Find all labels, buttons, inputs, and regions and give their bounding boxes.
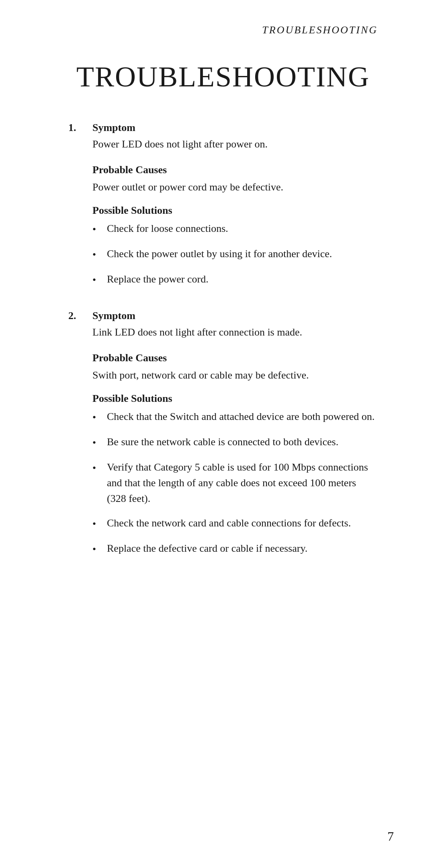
section-2: 2.SymptomLink LED does not light after c… bbox=[68, 310, 378, 557]
section-2-solution-5: •Replace the defective card or cable if … bbox=[92, 540, 378, 557]
section-2-solutions-list: •Check that the Switch and attached devi… bbox=[92, 409, 378, 557]
section-1-solution-2-text: Check the power outlet by using it for a… bbox=[107, 246, 378, 262]
section-1-solutions-list: •Check for loose connections.•Check the … bbox=[92, 221, 378, 288]
section-2-solution-4: •Check the network card and cable connec… bbox=[92, 515, 378, 532]
section-1-solution-2: •Check the power outlet by using it for … bbox=[92, 246, 378, 262]
section-1-symptom-text: Power LED does not light after power on. bbox=[92, 136, 378, 152]
section-2-possible-solutions-label: Possible Solutions bbox=[92, 393, 378, 405]
section-1-solution-3: •Replace the power cord. bbox=[92, 271, 378, 288]
section-2-symptom-label: Symptom bbox=[92, 310, 135, 322]
section-2-probable-causes: Probable CausesSwith port, network card … bbox=[92, 352, 378, 383]
section-2-possible-solutions: Possible Solutions•Check that the Switch… bbox=[92, 393, 378, 557]
section-2-solution-1: •Check that the Switch and attached devi… bbox=[92, 409, 378, 425]
section-1-solution-1: •Check for loose connections. bbox=[92, 221, 378, 237]
section-2-probable-causes-text: Swith port, network card or cable may be… bbox=[92, 367, 378, 383]
section-2-solution-2-text: Be sure the network cable is connected t… bbox=[107, 434, 378, 450]
bullet-icon-1-3: • bbox=[92, 272, 107, 288]
section-1-possible-solutions-label: Possible Solutions bbox=[92, 205, 378, 217]
section-1-solution-3-text: Replace the power cord. bbox=[107, 271, 378, 287]
section-1-probable-causes-label: Probable Causes bbox=[92, 164, 378, 176]
page-heading: TROUBLESHOOTING bbox=[68, 60, 378, 94]
bullet-icon-2-3: • bbox=[92, 460, 107, 476]
bullet-icon-1-2: • bbox=[92, 247, 107, 262]
section-1-number: 1. bbox=[68, 122, 92, 134]
section-1-possible-solutions: Possible Solutions•Check for loose conne… bbox=[92, 205, 378, 288]
section-2-solution-3-text: Verify that Category 5 cable is used for… bbox=[107, 459, 378, 506]
section-2-number: 2. bbox=[68, 310, 92, 322]
section-2-solution-5-text: Replace the defective card or cable if n… bbox=[107, 540, 378, 556]
bullet-icon-2-2: • bbox=[92, 435, 107, 450]
bullet-icon-2-1: • bbox=[92, 409, 107, 425]
bullet-icon-1-1: • bbox=[92, 221, 107, 237]
section-1-probable-causes: Probable CausesPower outlet or power cor… bbox=[92, 164, 378, 195]
page-container: TROUBLESHOOTING TROUBLESHOOTING 1.Sympto… bbox=[0, 0, 434, 868]
section-2-probable-causes-label: Probable Causes bbox=[92, 352, 378, 364]
page-number: 7 bbox=[387, 829, 394, 844]
section-2-solution-1-text: Check that the Switch and attached devic… bbox=[107, 409, 378, 424]
sections-container: 1.SymptomPower LED does not light after … bbox=[68, 122, 378, 557]
bullet-icon-2-5: • bbox=[92, 541, 107, 557]
section-2-solution-2: •Be sure the network cable is connected … bbox=[92, 434, 378, 450]
section-2-solution-4-text: Check the network card and cable connect… bbox=[107, 515, 378, 531]
section-2-number-row: 2.Symptom bbox=[68, 310, 378, 322]
section-1-number-row: 1.Symptom bbox=[68, 122, 378, 134]
section-2-symptom-text: Link LED does not light after connection… bbox=[92, 324, 378, 340]
page-title-section: TROUBLESHOOTING bbox=[68, 60, 378, 94]
section-1-symptom-label: Symptom bbox=[92, 122, 135, 134]
section-1: 1.SymptomPower LED does not light after … bbox=[68, 122, 378, 288]
section-2-solution-3: •Verify that Category 5 cable is used fo… bbox=[92, 459, 378, 506]
header-title: TROUBLESHOOTING bbox=[262, 24, 378, 36]
section-1-probable-causes-text: Power outlet or power cord may be defect… bbox=[92, 179, 378, 195]
bullet-icon-2-4: • bbox=[92, 516, 107, 532]
page-heading-text: TROUBLESHOOTING bbox=[76, 61, 370, 93]
header-section: TROUBLESHOOTING bbox=[68, 24, 378, 36]
section-1-solution-1-text: Check for loose connections. bbox=[107, 221, 378, 236]
